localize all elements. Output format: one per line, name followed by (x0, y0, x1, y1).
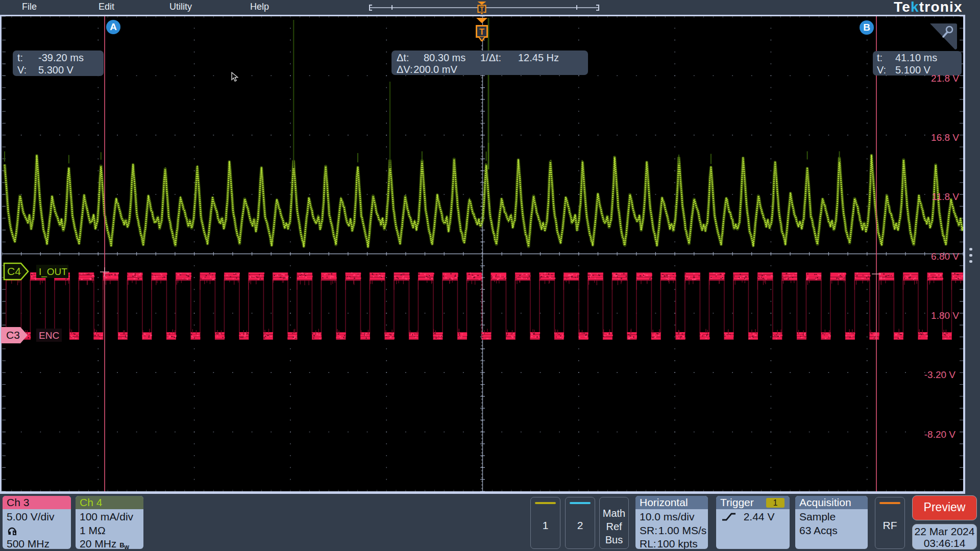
svg-text:I_OUT: I_OUT (39, 266, 67, 278)
svg-text:C4: C4 (7, 265, 21, 277)
svg-text:C3: C3 (6, 329, 20, 341)
svg-text:T: T (479, 27, 484, 36)
svg-text:ENC: ENC (39, 330, 59, 341)
